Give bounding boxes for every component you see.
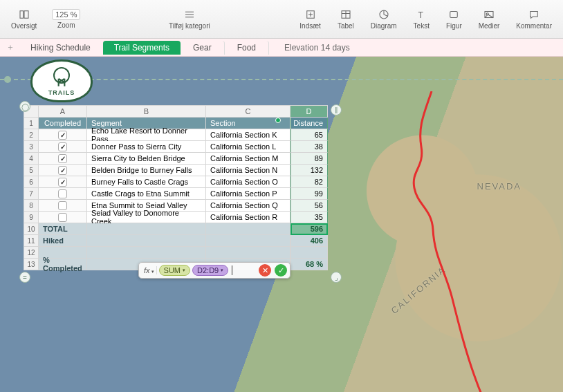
col-header-d[interactable]: D [290,105,328,118]
formula-cancel-button[interactable]: ✕ [259,264,271,277]
header-distance[interactable]: Distance [290,118,328,129]
formula-function-token[interactable]: SUM [159,265,190,276]
cell-completed[interactable] [39,129,87,141]
cell-distance[interactable]: 99 [290,188,328,200]
row-header[interactable]: 4 [24,153,39,165]
row-header[interactable]: 8 [24,200,39,212]
cell-blank-d[interactable] [290,247,328,259]
fx-menu[interactable]: fx [142,266,157,274]
row-header[interactable]: 5 [24,165,39,176]
cell-distance[interactable]: 56 [290,200,328,212]
cell-section[interactable]: California Section N [206,165,290,176]
cell-segment[interactable]: Seiad Valley to Donomore Creek [87,212,206,223]
cell-completed[interactable] [39,141,87,153]
document-canvas[interactable]: CALIFORNIA NEVADA TRAILS ◯ A B C D 1 Com… [0,57,563,392]
cell-pct-value[interactable]: 68 % [290,259,328,270]
comment-button[interactable]: Kommentar [509,6,559,32]
cell-completed[interactable] [39,153,87,165]
cell-total-value[interactable]: 596 [290,223,328,235]
cell-distance[interactable]: 35 [290,212,328,223]
cell-section[interactable]: California Section P [206,188,290,200]
selection-handle-top[interactable] [275,118,281,123]
cell-segment[interactable]: Donner Pass to Sierra City [87,141,206,153]
spreadsheet-table[interactable]: ◯ A B C D 1 Completed Segment Section Di… [24,105,328,270]
cell-completed[interactable] [39,188,87,200]
col-header-c[interactable]: C [206,105,290,118]
cell-total-b[interactable] [87,223,206,235]
header-completed[interactable]: Completed [39,118,87,129]
add-sheet-button[interactable]: ＋ [3,41,18,55]
cell-section[interactable]: California Section Q [206,200,290,212]
col-header-b[interactable]: B [87,105,206,118]
table-handle-add-col[interactable] [331,104,342,115]
shape-button[interactable]: Figur [439,6,469,32]
checkbox-icon[interactable] [58,213,67,222]
table-handle-add-row[interactable] [19,272,30,283]
insert-button[interactable]: Indsæt [293,6,328,32]
row-header-1[interactable]: 1 [24,118,39,129]
cell-blank-b[interactable] [87,247,206,259]
cell-section[interactable]: California Section L [206,141,290,153]
text-button[interactable]: T Tekst [407,6,436,32]
formula-confirm-button[interactable]: ✓ [275,264,287,277]
cell-hiked-b[interactable] [87,235,206,247]
cell-distance[interactable]: 38 [290,141,328,153]
col-header-a[interactable]: A [39,105,87,118]
table-button[interactable]: Tabel [331,6,361,32]
tab-hiking-schedule[interactable]: Hiking Schedule [19,41,102,55]
cell-completed[interactable] [39,165,87,176]
cell-hiked-value[interactable]: 406 [290,235,328,247]
cell-completed[interactable] [39,212,87,223]
checkbox-icon[interactable] [58,166,67,175]
formula-range-token[interactable]: D2:D9 [192,265,228,276]
table-handle-resize[interactable] [331,272,342,283]
zoom-control[interactable]: 125 % Zoom [46,6,86,32]
cell-segment[interactable]: Burney Falls to Castle Crags [87,176,206,188]
cell-completed[interactable] [39,176,87,188]
cell-hiked-c[interactable] [206,235,290,247]
cell-segment[interactable]: Echo Lake Resort to Donner Pass [87,129,206,141]
row-header[interactable]: 6 [24,176,39,188]
view-button[interactable]: Oversigt [4,6,44,32]
checkbox-icon[interactable] [58,142,67,151]
checkbox-icon[interactable] [58,201,67,210]
row-header[interactable]: 7 [24,188,39,200]
row-header-11[interactable]: 11 [24,235,39,247]
add-category-button[interactable]: Tilføj kategori [162,6,217,32]
zoom-value[interactable]: 125 % [52,9,80,20]
tab-elevation[interactable]: Elevation 14 days [284,43,350,53]
tab-food[interactable]: Food [226,41,269,55]
checkbox-icon[interactable] [58,178,67,187]
cell-segment[interactable]: Castle Crags to Etna Summit [87,188,206,200]
cell-segment[interactable]: Sierra City to Belden Bridge [87,153,206,165]
cell-distance[interactable]: 65 [290,129,328,141]
cell-section[interactable]: California Section M [206,153,290,165]
cell-section[interactable]: California Section R [206,212,290,223]
cell-blank-c[interactable] [206,247,290,259]
cell-distance[interactable]: 89 [290,153,328,165]
row-header-12[interactable]: 12 [24,247,39,259]
row-header[interactable]: 9 [24,212,39,223]
chart-button[interactable]: Diagram [364,6,404,32]
tab-gear[interactable]: Gear [182,41,225,55]
cell-segment[interactable]: Belden Bridge to Burney Falls [87,165,206,176]
cell-distance[interactable]: 82 [290,176,328,188]
cell-distance[interactable]: 132 [290,165,328,176]
row-header-13[interactable]: 13 [24,259,39,270]
checkbox-icon[interactable] [58,154,67,163]
cell-total-label[interactable]: TOTAL [39,223,87,235]
media-button[interactable]: Medier [472,6,507,32]
cell-section[interactable]: California Section K [206,129,290,141]
cell-total-c[interactable] [206,223,290,235]
table-handle-corner[interactable]: ◯ [19,101,30,112]
row-header[interactable]: 3 [24,141,39,153]
cell-hiked-label[interactable]: Hiked [39,235,87,247]
formula-editor[interactable]: fx SUM D2:D9 ✕ ✓ [138,262,290,279]
tab-trail-segments[interactable]: Trail Segments [103,41,181,55]
row-header-10[interactable]: 10 [24,223,39,235]
cell-section[interactable]: California Section O [206,176,290,188]
cell-pct-label[interactable]: % Completed [39,259,87,270]
checkbox-icon[interactable] [58,189,67,198]
cell-completed[interactable] [39,200,87,212]
row-header[interactable]: 2 [24,129,39,141]
